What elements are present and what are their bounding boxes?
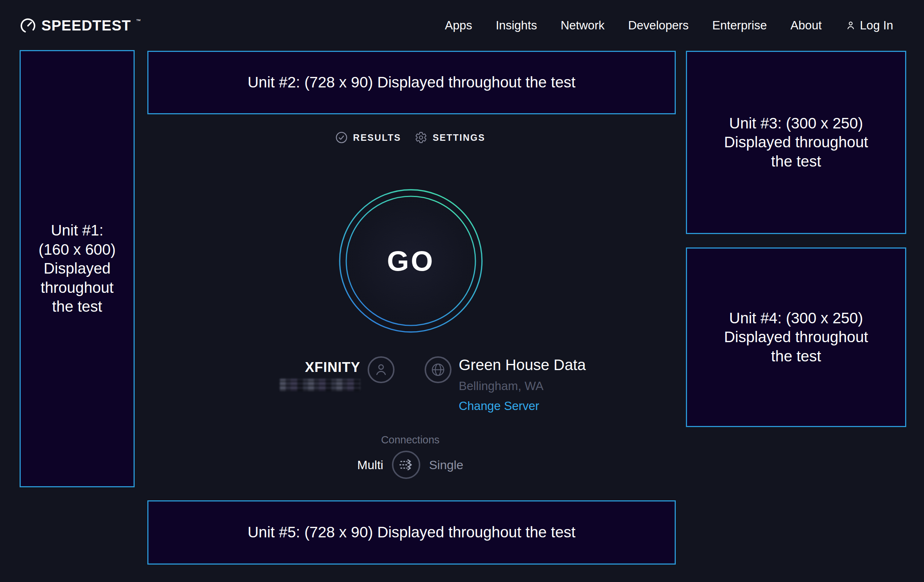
speedtest-logo[interactable]: SPEEDTEST ™ (20, 17, 141, 34)
tab-results-label: RESULTS (353, 132, 401, 143)
connections-row: Multi Single (135, 451, 686, 479)
server-name: Green House Data (459, 356, 586, 374)
host-info-row: XFINITY Green House Data Belling (157, 356, 708, 413)
multi-arrows-icon (397, 455, 416, 474)
server-block: Green House Data Bellingham, WA Change S… (459, 356, 586, 413)
tab-results[interactable]: RESULTS (335, 131, 401, 144)
ad-unit-3-text: Unit #3: (300 x 250) Displayed throughou… (724, 114, 868, 171)
login-label: Log In (860, 18, 893, 32)
header: SPEEDTEST ™ Apps Insights Network Develo… (0, 0, 924, 51)
speedtest-page: SPEEDTEST ™ Apps Insights Network Develo… (0, 0, 924, 582)
tab-settings-label: SETTINGS (432, 132, 485, 143)
nav-item-enterprise[interactable]: Enterprise (713, 18, 767, 32)
ad-unit-2-text: Unit #2: (728 x 90) Displayed throughout… (248, 73, 576, 92)
ad-unit-4-text: Unit #4: (300 x 250) Displayed throughou… (724, 309, 868, 366)
ad-unit-1-text: Unit #1: (160 x 600) Displayed throughou… (38, 221, 116, 317)
main-nav: Apps Insights Network Developers Enterpr… (445, 18, 893, 32)
isp-block: XFINITY (280, 356, 360, 391)
ad-unit-5-text: Unit #5: (728 x 90) Displayed throughout… (248, 523, 576, 542)
connections-label: Connections (135, 434, 686, 446)
go-button[interactable]: GO (338, 188, 483, 333)
nav-item-developers[interactable]: Developers (628, 18, 689, 32)
connections-single-option[interactable]: Single (429, 458, 464, 472)
connections-toggle[interactable] (392, 451, 420, 479)
gauge-icon (20, 17, 36, 34)
ad-unit-4[interactable]: Unit #4: (300 x 250) Displayed throughou… (686, 247, 906, 427)
server-avatar (425, 356, 452, 383)
ad-unit-5[interactable]: Unit #5: (728 x 90) Displayed throughout… (147, 500, 676, 565)
globe-icon (430, 362, 446, 378)
login-button[interactable]: Log In (845, 18, 893, 32)
check-circle-icon (335, 131, 348, 144)
view-tabs: RESULTS SETTINGS (135, 131, 686, 144)
nav-item-network[interactable]: Network (561, 18, 605, 32)
logo-text: SPEEDTEST (41, 17, 131, 34)
isp-name: XFINITY (305, 359, 360, 375)
nav-item-apps[interactable]: Apps (445, 18, 472, 32)
connections-multi-option[interactable]: Multi (357, 458, 383, 472)
isp-avatar (368, 356, 394, 383)
nav-item-insights[interactable]: Insights (496, 18, 537, 32)
tab-settings[interactable]: SETTINGS (415, 131, 485, 144)
user-icon (845, 20, 856, 31)
user-icon (373, 362, 389, 378)
ad-unit-1[interactable]: Unit #1: (160 x 600) Displayed throughou… (20, 50, 135, 487)
nav-item-about[interactable]: About (790, 18, 822, 32)
change-server-link[interactable]: Change Server (459, 399, 539, 413)
ad-unit-3[interactable]: Unit #3: (300 x 250) Displayed throughou… (686, 51, 906, 234)
gear-icon (415, 131, 427, 144)
server-location: Bellingham, WA (459, 379, 544, 393)
go-label: GO (338, 188, 483, 333)
redacted-ip-address (280, 379, 360, 391)
ad-unit-2[interactable]: Unit #2: (728 x 90) Displayed throughout… (147, 51, 676, 114)
logo-trademark: ™ (136, 18, 141, 24)
